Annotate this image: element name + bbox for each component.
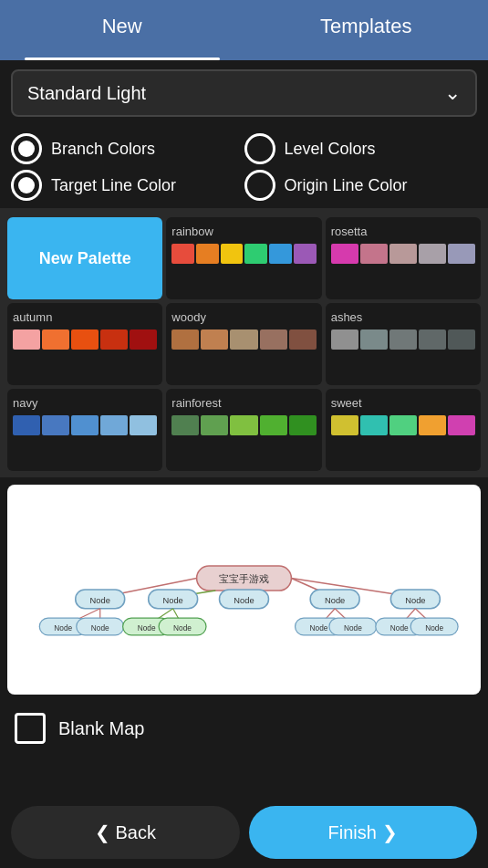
svg-text:Node: Node — [91, 623, 109, 633]
finish-button[interactable]: Finish ❯ — [249, 806, 478, 859]
swatch — [71, 415, 99, 435]
swatch — [448, 329, 475, 350]
palette-autumn[interactable]: autumn — [7, 303, 162, 385]
palette-rosetta-name: rosetta — [331, 225, 475, 238]
swatch — [360, 329, 388, 350]
radio-target-line-label: Target Line Color — [51, 176, 176, 195]
dropdown-value: Standard Light — [27, 83, 146, 104]
swatch — [13, 415, 40, 435]
swatch — [171, 329, 199, 350]
palette-ashes-swatches — [331, 329, 475, 350]
swatch — [389, 244, 417, 264]
palette-woody[interactable]: woody — [166, 303, 321, 385]
palette-navy-swatches — [13, 415, 157, 435]
mindmap-svg: 宝宝手游戏 Node Node Node Node Node Node Node — [7, 485, 481, 695]
theme-dropdown[interactable]: Standard Light ⌄ — [11, 69, 477, 117]
finish-button-label: Finish — [328, 822, 377, 843]
svg-text:Node: Node — [138, 623, 156, 633]
palette-navy-name: navy — [13, 396, 157, 410]
swatch — [260, 329, 287, 350]
blank-map-row: Blank Map — [0, 702, 488, 755]
swatch — [448, 415, 475, 435]
palette-sweet[interactable]: sweet — [326, 389, 481, 471]
radio-origin-line[interactable]: Origin Line Color — [244, 170, 478, 201]
radio-origin-line-label: Origin Line Color — [285, 176, 408, 195]
swatch — [289, 415, 317, 435]
tab-templates-label: Templates — [320, 15, 411, 38]
swatch — [230, 329, 257, 350]
svg-text:Node: Node — [173, 623, 192, 633]
palette-rainbow-name: rainbow — [171, 225, 316, 238]
tab-templates[interactable]: Templates — [244, 0, 489, 60]
swatch — [389, 415, 417, 435]
new-palette-button[interactable]: New Palette — [7, 217, 162, 299]
swatch — [42, 329, 69, 350]
swatch — [196, 244, 219, 264]
svg-text:Node: Node — [325, 596, 345, 605]
swatch — [360, 415, 388, 435]
palette-rosetta[interactable]: rosetta — [326, 217, 481, 299]
swatch — [419, 329, 446, 350]
swatch — [42, 415, 69, 435]
palette-ashes-name: ashes — [331, 310, 475, 324]
swatch — [71, 329, 99, 350]
svg-text:Node: Node — [390, 623, 409, 633]
palette-rainforest-name: rainforest — [171, 396, 316, 410]
radio-row-2: Target Line Color Origin Line Color — [11, 170, 477, 201]
swatch — [331, 329, 358, 350]
radio-level-colors[interactable]: Level Colors — [244, 133, 478, 164]
tab-new[interactable]: New — [0, 0, 244, 60]
radio-origin-line-circle — [244, 170, 275, 201]
chevron-down-icon: ⌄ — [444, 81, 461, 105]
swatch — [100, 329, 128, 350]
swatch — [100, 415, 128, 435]
radio-branch-colors-label: Branch Colors — [51, 140, 155, 159]
finish-arrow-icon: ❯ — [382, 821, 398, 843]
palette-rainbow-swatches — [171, 244, 316, 264]
swatch — [260, 415, 287, 435]
palette-rainbow[interactable]: rainbow — [166, 217, 321, 299]
palette-ashes[interactable]: ashes — [326, 303, 481, 385]
palette-rosetta-swatches — [331, 244, 475, 264]
palette-rainforest-swatches — [171, 415, 316, 435]
bottom-bar: ❮ Back Finish ❯ — [0, 797, 488, 868]
palette-sweet-name: sweet — [331, 396, 475, 410]
radio-branch-colors-circle — [11, 133, 42, 164]
dropdown-container: Standard Light ⌄ — [0, 60, 488, 126]
swatch — [294, 244, 317, 264]
back-button[interactable]: ❮ Back — [11, 806, 240, 859]
palette-woody-swatches — [171, 329, 316, 350]
swatch — [201, 415, 228, 435]
svg-text:Node: Node — [54, 623, 72, 633]
radio-level-colors-label: Level Colors — [285, 140, 376, 159]
svg-text:Node: Node — [344, 623, 362, 633]
swatch — [389, 329, 417, 350]
swatch — [130, 415, 157, 435]
palette-rainforest[interactable]: rainforest — [166, 389, 321, 471]
new-palette-label: New Palette — [39, 249, 131, 268]
swatch — [221, 244, 244, 264]
svg-text:Node: Node — [425, 623, 443, 633]
svg-text:Node: Node — [234, 596, 254, 605]
swatch — [230, 415, 257, 435]
swatch — [130, 329, 157, 350]
palette-woody-name: woody — [171, 310, 316, 324]
swatch — [244, 244, 267, 264]
swatch — [331, 244, 358, 264]
swatch — [419, 415, 446, 435]
palette-autumn-name: autumn — [13, 310, 157, 324]
radio-branch-colors[interactable]: Branch Colors — [11, 133, 244, 164]
swatch — [331, 415, 358, 435]
blank-map-checkbox[interactable] — [15, 713, 46, 744]
radio-target-line[interactable]: Target Line Color — [11, 170, 244, 201]
swatch — [171, 415, 199, 435]
swatch — [360, 244, 388, 264]
swatch — [13, 329, 40, 350]
palette-navy[interactable]: navy — [7, 389, 162, 471]
swatch — [289, 329, 317, 350]
swatch — [448, 244, 475, 264]
back-button-label: Back — [116, 822, 156, 843]
blank-map-label: Blank Map — [58, 718, 145, 739]
palette-grid: New Palette rainbow rosetta autumn — [0, 208, 488, 477]
svg-text:宝宝手游戏: 宝宝手游戏 — [219, 573, 269, 584]
